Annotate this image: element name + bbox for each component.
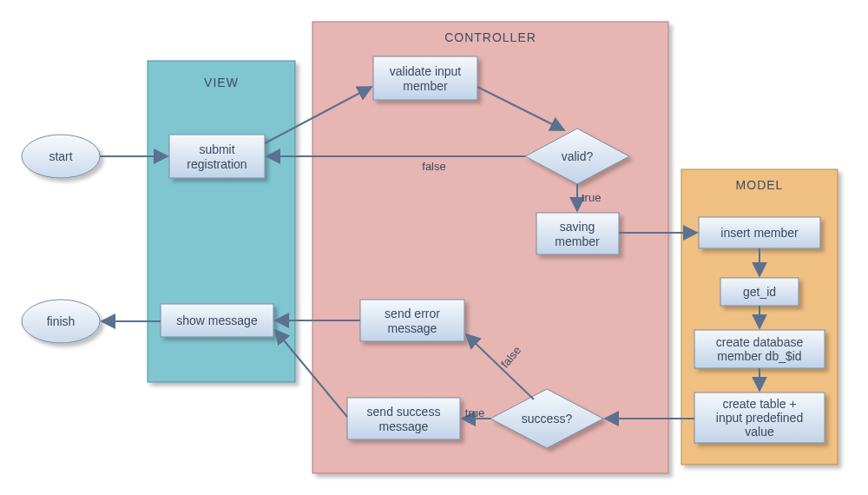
node-finish: finish [22, 300, 100, 343]
svg-text:value: value [745, 425, 774, 439]
svg-text:registration: registration [187, 157, 247, 171]
node-senderr: send error message [360, 300, 464, 341]
node-submit: submit registration [169, 135, 265, 178]
node-validate: validate input member [373, 56, 477, 100]
svg-rect-12 [373, 56, 477, 100]
svg-text:member: member [555, 234, 600, 248]
svg-text:member db_$id: member db_$id [717, 349, 801, 363]
svg-text:show message: show message [176, 314, 258, 327]
node-createdb: create database member db_$id [694, 330, 825, 368]
node-insert: insert member [699, 217, 820, 248]
svg-text:validate input: validate input [390, 64, 462, 78]
svg-text:saving: saving [560, 220, 595, 234]
svg-text:success?: success? [522, 412, 573, 426]
svg-text:message: message [388, 321, 437, 335]
svg-text:input predefined: input predefined [716, 411, 803, 425]
edge-label-false1: false [422, 160, 445, 173]
node-saving: saving member [536, 213, 619, 254]
svg-text:finish: finish [47, 314, 76, 328]
svg-text:submit: submit [199, 142, 234, 156]
panel-model-title: MODEL [736, 178, 784, 192]
node-start: start [22, 135, 100, 178]
svg-text:message: message [379, 419, 429, 433]
node-showmsg: show message [161, 304, 273, 337]
svg-text:get_id: get_id [743, 285, 776, 299]
node-createtbl: create table + input predefined value [694, 393, 825, 443]
svg-text:create database: create database [716, 335, 804, 349]
svg-text:send error: send error [385, 307, 440, 320]
svg-text:valid?: valid? [562, 149, 594, 163]
svg-text:send success: send success [367, 405, 441, 419]
edge-label-true1: true [582, 191, 601, 204]
node-getid: get_id [720, 278, 799, 306]
panel-controller-title: CONTROLLER [444, 30, 536, 44]
edge-label-true2: true [465, 406, 484, 419]
svg-rect-7 [169, 135, 265, 178]
svg-text:create table +: create table + [722, 397, 796, 411]
svg-text:member: member [403, 79, 448, 93]
svg-text:insert member: insert member [720, 226, 799, 240]
node-sendsucc: send success message [347, 398, 460, 439]
panel-view-title: VIEW [204, 76, 239, 89]
svg-text:start: start [49, 149, 72, 163]
